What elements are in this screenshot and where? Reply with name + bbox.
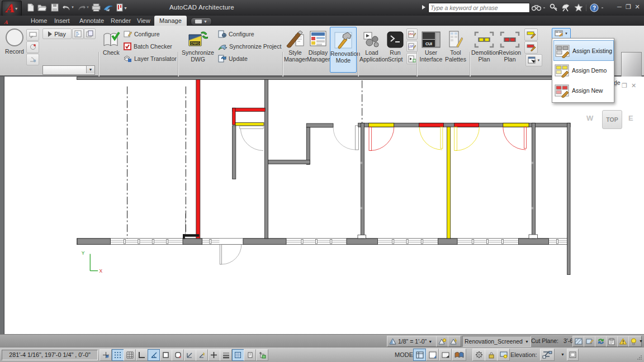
wall-interior-horizontal[interactable] <box>268 160 310 164</box>
isolate-objects-button[interactable] <box>540 349 555 361</box>
wall-partition-vertical[interactable] <box>361 123 364 239</box>
search-input[interactable] <box>429 3 528 12</box>
workspace-switching-button[interactable] <box>472 349 485 361</box>
play-button[interactable]: Play <box>42 28 72 39</box>
favorites-button[interactable] <box>574 3 584 12</box>
drawing-restore-button[interactable]: ❐ <box>622 82 627 89</box>
tab-insert[interactable]: Insert <box>49 16 75 26</box>
revision-plan-button[interactable]: Revision Plan <box>498 28 522 63</box>
snap-mode-toggle[interactable] <box>112 349 124 361</box>
open-file-button[interactable] <box>37 3 47 12</box>
floor-plan[interactable]: Y X <box>0 77 644 334</box>
quick-properties-toggle[interactable] <box>244 349 256 361</box>
clean-screen-button[interactable] <box>567 349 579 361</box>
selection-cycling-toggle[interactable] <box>256 349 268 361</box>
search-expand-icon[interactable] <box>422 5 425 9</box>
wall-partition-vertical[interactable] <box>532 123 535 239</box>
status-bar-menu-arrow[interactable]: ▼ <box>561 353 565 356</box>
transparency-toggle[interactable] <box>232 349 244 361</box>
vba-editor-button[interactable]: VBA <box>406 28 418 40</box>
autoscale-button[interactable] <box>448 336 461 347</box>
wall-interior-horizontal[interactable] <box>306 123 333 127</box>
dynamic-input-toggle[interactable] <box>208 349 220 361</box>
ortho-mode-toggle[interactable] <box>136 349 148 361</box>
media-button[interactable]: ▼ <box>191 17 212 26</box>
preference-button[interactable] <box>72 28 84 39</box>
search-button[interactable] <box>531 3 541 12</box>
wall-new-segment[interactable] <box>454 123 479 127</box>
wall-interior-vertical[interactable] <box>306 127 310 164</box>
wall-stub[interactable] <box>183 234 185 239</box>
dynamic-ucs-toggle[interactable] <box>196 349 208 361</box>
save-button[interactable] <box>50 3 60 12</box>
synchronize-project-item[interactable]: Synchronize Project <box>218 41 281 51</box>
door-leaf[interactable] <box>355 126 358 150</box>
record-button[interactable]: Record <box>3 28 26 56</box>
annotation-scale-button[interactable]: 1/8" = 1'-0" ▼ <box>387 336 438 347</box>
demolished-wall-dashed[interactable] <box>127 80 362 239</box>
quick-view-layouts-button[interactable] <box>439 349 452 361</box>
insert-message-button[interactable] <box>26 29 39 41</box>
door-leaf[interactable] <box>240 126 263 129</box>
wall-stub[interactable] <box>183 234 199 237</box>
wall-gray-vertical-a[interactable] <box>264 79 268 238</box>
wall-demo-segment[interactable] <box>503 123 529 127</box>
grid-display-toggle[interactable] <box>124 349 136 361</box>
infer-constraints-toggle[interactable] <box>100 349 112 361</box>
insert-basepoint-button[interactable] <box>26 41 39 53</box>
wall-right-exterior[interactable] <box>567 123 570 274</box>
toolbar-lock-button[interactable] <box>485 349 498 361</box>
wall-gray-vertical-b[interactable] <box>233 126 236 179</box>
qat-customize-dropdown[interactable]: ▼ <box>124 6 127 10</box>
viewcube-top-button[interactable]: TOP <box>602 110 622 129</box>
plot-button[interactable] <box>91 3 101 12</box>
action-macro-combobox[interactable]: ▼ <box>42 65 95 75</box>
display-manager-button[interactable]: Display Manager <box>307 28 329 63</box>
layer-translator-item[interactable]: Layer Translator <box>124 54 177 64</box>
wall-new-segment[interactable] <box>419 123 443 127</box>
wall-demo-segment[interactable] <box>368 123 394 127</box>
hardware-acceleration-button[interactable] <box>497 349 510 361</box>
demo-wall-style-button[interactable] <box>524 28 538 41</box>
wall-top-exterior[interactable] <box>77 77 570 80</box>
lineweight-toggle[interactable] <box>220 349 232 361</box>
object-snap-toggle[interactable] <box>160 349 172 361</box>
wall-bottom-band[interactable] <box>77 239 567 245</box>
tab-home[interactable]: Home <box>26 16 52 26</box>
renovation-mode-button[interactable]: Renovation Mode <box>330 27 357 73</box>
tab-view[interactable]: View <box>132 16 155 26</box>
load-application-button[interactable]: Load Application <box>359 28 384 63</box>
run-script-button[interactable]: Run Script <box>385 28 406 63</box>
etransmit-button[interactable] <box>103 3 113 12</box>
drawing-canvas[interactable]: Y X ─ ❐ ✕ W TOP E <box>0 77 644 334</box>
run-vba-macro-button[interactable] <box>406 53 418 64</box>
undo-button[interactable] <box>61 3 72 12</box>
coordinates-display[interactable]: 281'-4 1/16", 197'-0 1/4" , 0'-0" <box>2 350 98 360</box>
subscription-button[interactable] <box>548 3 558 12</box>
undo-dropdown[interactable]: ▼ <box>71 6 74 9</box>
cut-plane[interactable]: Cut Plane: 3'-6" <box>531 337 575 344</box>
update-item[interactable]: Update <box>218 54 248 64</box>
polar-tracking-toggle[interactable] <box>148 349 160 361</box>
layout-button[interactable] <box>426 349 439 361</box>
object-snap-tracking-toggle[interactable] <box>184 349 196 361</box>
display-configuration-dropdown[interactable]: Renovation_Screened ▼ <box>462 336 531 347</box>
resize-grip[interactable] <box>637 355 642 361</box>
configure-standards-item[interactable]: Configure <box>124 29 160 39</box>
renovation-options-button[interactable]: ▼ <box>525 54 542 66</box>
wall-demo-yellow-vertical[interactable] <box>447 127 451 239</box>
menu-item-assign-new[interactable]: Assign New <box>553 80 613 100</box>
wall-demo-yellow-horizontal[interactable] <box>235 122 264 125</box>
menu-item-assign-existing[interactable]: Assign Existing <box>553 40 614 61</box>
demolition-plan-button[interactable]: Demolition Plan <box>471 28 497 63</box>
quick-view-drawings-button[interactable] <box>452 349 466 361</box>
synchronize-dwg-button[interactable]: DWG Synchronize DWG <box>180 28 216 63</box>
minimize-button[interactable]: ─ <box>615 3 623 10</box>
tab-render[interactable]: Render <box>106 16 136 26</box>
viewcube-east[interactable]: E <box>628 114 633 122</box>
door-leaf[interactable] <box>220 245 221 264</box>
new-wall-style-button[interactable] <box>524 41 538 54</box>
redo-button[interactable] <box>77 3 87 12</box>
menu-item-assign-demo[interactable]: Assign Demo <box>553 60 613 80</box>
wall-new-red-segment[interactable] <box>233 108 235 125</box>
